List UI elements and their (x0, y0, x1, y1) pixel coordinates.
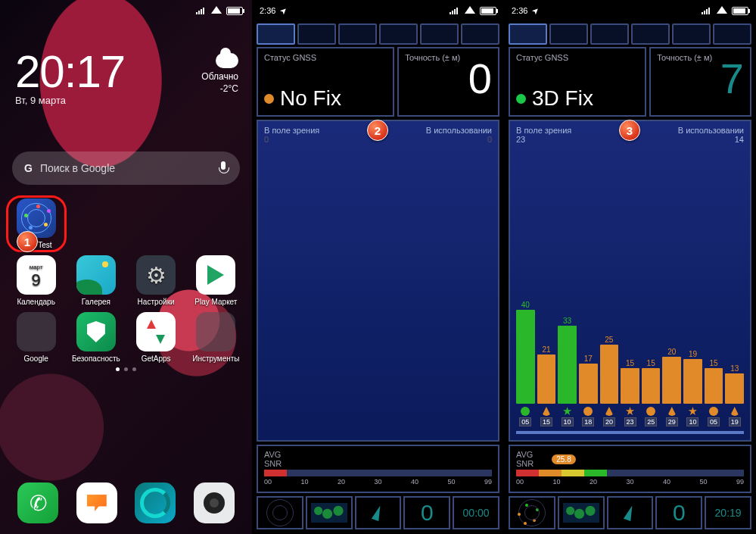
clock-widget[interactable]: 20:17 Вт, 9 марта Облачно -2°C (0, 21, 252, 106)
app-play-market[interactable]: Play Маркет (188, 255, 243, 306)
signal-icon (450, 7, 460, 14)
annotation-2: 2 (367, 120, 388, 141)
mic-icon[interactable] (219, 161, 228, 175)
status-dot-icon (516, 94, 526, 104)
snr-scale: 00102030405099 (264, 478, 492, 486)
search-bar[interactable]: G Поиск в Google (12, 151, 240, 185)
tab-row (504, 21, 756, 47)
nav-radar[interactable] (509, 496, 555, 529)
bottom-nav: 0 20:19 (504, 493, 756, 534)
satellites-chart: В поле зрения В использовании 23 14 4005… (509, 120, 751, 442)
app-label: Календарь (17, 298, 54, 306)
folder-icon (17, 312, 56, 351)
in-view-label: В поле зрения (264, 126, 319, 135)
in-use-label: В использовании (678, 126, 744, 135)
tab-2[interactable] (297, 23, 336, 45)
snr-label: SNR (516, 459, 534, 468)
dock-browser[interactable] (135, 482, 176, 523)
tab-5[interactable] (420, 23, 459, 45)
tab-3[interactable] (338, 23, 377, 45)
tab-3[interactable] (590, 23, 629, 45)
snr-avg-box: AVG SNR 25.8 00102030405099 (509, 445, 751, 493)
nav-clock[interactable]: 20:19 (705, 496, 751, 529)
clock-date: Вт, 9 марта (15, 95, 237, 106)
weather-condition: Облачно (201, 71, 238, 82)
wifi-icon (717, 6, 727, 15)
status-bar: 2:36 (252, 0, 504, 21)
dock-camera[interactable] (194, 482, 235, 523)
avg-label: AVG (516, 450, 534, 459)
accuracy-value: 7 (657, 58, 744, 100)
google-icon: G (24, 162, 33, 174)
gallery-icon (76, 255, 116, 295)
page-indicator[interactable] (0, 367, 252, 371)
tab-2[interactable] (549, 23, 588, 45)
nav-compass[interactable] (355, 496, 402, 529)
wifi-icon (465, 6, 475, 15)
progress-line (516, 431, 744, 434)
weather-temp: -2°C (220, 83, 238, 94)
satellites-chart: В поле зрения В использовании 0 0 (257, 120, 499, 442)
app-folder-google[interactable]: Google (9, 312, 64, 363)
status-time: 2:36 (512, 6, 527, 15)
app-folder-tools[interactable]: Инструменты (188, 312, 243, 363)
app-label: Безопасность (72, 354, 120, 363)
nav-clock[interactable]: 00:00 (453, 496, 499, 529)
app-gallery[interactable]: Галерея (69, 255, 123, 306)
weather-widget[interactable]: Облачно -2°C (201, 53, 238, 94)
battery-icon (480, 7, 496, 15)
status-bar (0, 0, 252, 21)
snr-bar (264, 470, 492, 476)
nav-radar[interactable] (257, 496, 303, 529)
app-security[interactable]: Безопасность (69, 312, 123, 363)
snr-avg-box: AVG SNR 00102030405099 (257, 445, 499, 493)
status-time: 2:36 (260, 6, 275, 15)
in-use-count: 0 (487, 135, 492, 144)
app-getapps[interactable]: GetApps (129, 312, 183, 363)
dock: ✆ (0, 482, 252, 523)
app-label: Настройки (138, 298, 175, 306)
wifi-icon (211, 6, 222, 15)
tab-1[interactable] (509, 23, 547, 45)
tab-4[interactable] (379, 23, 418, 45)
getapps-icon (136, 312, 176, 351)
gnss-status-card: Статус GNSS No Fix (257, 47, 394, 117)
gps-panel-nofix: 2:36 Статус GNSS No Fix Точность (± м) 0… (252, 0, 504, 534)
accuracy-value: 0 (405, 58, 492, 100)
signal-icon (702, 7, 712, 14)
app-grid: GPS Test март 9 Календарь Галерея Настро… (8, 198, 244, 363)
settings-icon (136, 255, 176, 295)
in-view-count: 0 (264, 135, 269, 144)
in-use-label: В использовании (426, 126, 492, 135)
app-label: Google (24, 354, 48, 363)
annotation-1: 1 (17, 231, 38, 252)
tab-row (252, 21, 504, 47)
nav-compass[interactable] (607, 496, 654, 529)
annotation-3: 3 (619, 120, 640, 141)
gnss-status-value: No Fix (280, 86, 341, 111)
nav-world[interactable] (306, 496, 353, 529)
tab-5[interactable] (672, 23, 711, 45)
app-settings[interactable]: Настройки (129, 255, 183, 306)
nav-speed[interactable]: 0 (655, 496, 702, 529)
gnss-status-label: Статус GNSS (264, 53, 387, 62)
snr-label: SNR (264, 459, 282, 468)
dock-messages[interactable] (76, 482, 117, 523)
nav-world[interactable] (558, 496, 605, 529)
play-icon (196, 255, 235, 295)
tab-6[interactable] (713, 23, 751, 45)
battery-icon (226, 7, 243, 15)
dock-phone[interactable]: ✆ (17, 482, 58, 523)
tab-1[interactable] (257, 23, 295, 45)
nav-speed[interactable]: 0 (403, 496, 450, 529)
tab-6[interactable] (461, 23, 499, 45)
snr-scale: 00102030405099 (516, 478, 744, 486)
tab-4[interactable] (631, 23, 670, 45)
app-calendar[interactable]: март 9 Календарь (9, 255, 64, 306)
in-view-label: В поле зрения (516, 126, 571, 135)
app-label: Галерея (82, 298, 110, 306)
avg-value-badge: 25.8 (552, 454, 575, 464)
search-placeholder: Поиск в Google (40, 162, 115, 174)
security-icon (76, 312, 116, 351)
status-bar: 2:36 (504, 0, 756, 21)
